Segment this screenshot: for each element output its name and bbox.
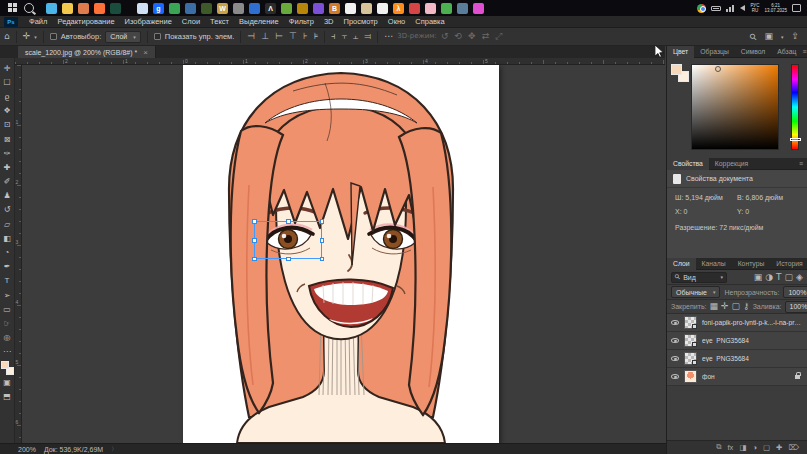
- blend-mode-dropdown[interactable]: Обычные▾: [671, 286, 720, 298]
- autoselect-checkbox[interactable]: [50, 33, 57, 40]
- start-button[interactable]: [8, 3, 18, 13]
- eraser-tool[interactable]: ▱: [1, 217, 14, 231]
- canvas[interactable]: [183, 65, 499, 443]
- battery-icon[interactable]: [711, 6, 721, 11]
- layers-bottom-icon-4[interactable]: ▢: [763, 443, 770, 452]
- panel-menu-icon[interactable]: ≡: [799, 160, 807, 167]
- lambda-dark-icon[interactable]: Λ: [265, 3, 276, 14]
- layer-row[interactable]: eye_PNG35684: [667, 350, 807, 368]
- threed-icon-4[interactable]: ⤢: [495, 32, 502, 41]
- gold-emblem-icon[interactable]: [297, 3, 308, 14]
- transform-handle-se[interactable]: [320, 257, 325, 262]
- layer-name[interactable]: eye_PNG35684: [702, 355, 749, 362]
- edit-toolbar[interactable]: ⋯: [1, 345, 14, 359]
- menu-7[interactable]: 3D: [319, 17, 339, 26]
- status-options-arrow[interactable]: 〉: [111, 445, 117, 454]
- lock-icon-0[interactable]: ▦: [709, 302, 718, 311]
- layer-filter-search[interactable]: ⚲ Вид ▾: [671, 272, 727, 283]
- dodge-tool[interactable]: ◔: [1, 245, 14, 259]
- more-options-icon[interactable]: ⋯: [384, 32, 393, 41]
- layers-bottom-icon-0[interactable]: ⧉: [716, 442, 721, 452]
- foreground-color[interactable]: [671, 64, 682, 75]
- monitor-app-icon[interactable]: [249, 3, 260, 14]
- lasso-tool[interactable]: ϱ: [1, 89, 14, 103]
- layer-thumbnail[interactable]: [684, 316, 697, 329]
- menu-10[interactable]: Справка: [410, 17, 449, 26]
- pasteboard[interactable]: 21012345 123456: [15, 58, 665, 443]
- hue-slider-marker[interactable]: [790, 138, 801, 141]
- gear-app-icon[interactable]: [233, 3, 244, 14]
- crop-tool[interactable]: ⊡: [1, 118, 14, 132]
- steam-like-icon[interactable]: [185, 3, 196, 14]
- threed-icon-0[interactable]: ↺: [441, 32, 449, 41]
- move-tool-icon[interactable]: ✛: [23, 32, 31, 41]
- layer-visibility-icon[interactable]: [671, 320, 679, 325]
- menu-4[interactable]: Текст: [205, 17, 234, 26]
- menu-3[interactable]: Слои: [177, 17, 205, 26]
- notes2-app-icon[interactable]: [377, 3, 388, 14]
- layer-filter-icon-4[interactable]: ◈: [796, 273, 803, 282]
- align-icon-4[interactable]: ⊦: [303, 32, 308, 41]
- align-icon-0[interactable]: ⊣: [247, 32, 255, 41]
- menu-0[interactable]: Файл: [24, 17, 52, 26]
- tab-Образцы[interactable]: Образцы: [694, 46, 735, 58]
- distribute-icon-3[interactable]: ⫤: [365, 32, 372, 41]
- transform-handle-nw[interactable]: [252, 219, 257, 224]
- layers-bottom-icon-1[interactable]: fx: [728, 443, 734, 452]
- distribute-icon-0[interactable]: ⫞: [331, 32, 336, 41]
- tab-Контуры[interactable]: Контуры: [732, 258, 771, 270]
- firefox-icon[interactable]: [94, 3, 105, 14]
- type-tool[interactable]: T: [1, 274, 14, 288]
- search-icon[interactable]: [24, 3, 34, 13]
- tab-Слои[interactable]: Слои: [667, 258, 696, 270]
- threed-icon-3[interactable]: ⇄: [482, 32, 490, 41]
- grammarly-icon[interactable]: g: [153, 3, 164, 14]
- rosette-app-icon[interactable]: [409, 3, 420, 14]
- tab-История[interactable]: История: [770, 258, 807, 270]
- pen-tool[interactable]: ✒: [1, 260, 14, 274]
- share-icon[interactable]: ⇪: [791, 32, 799, 41]
- clone-stamp-tool[interactable]: ♟: [1, 189, 14, 203]
- avatar-app-icon[interactable]: [425, 3, 436, 14]
- layer-visibility-icon[interactable]: [671, 338, 679, 343]
- chrome-tray-icon[interactable]: [697, 4, 706, 13]
- transform-handle-e[interactable]: [320, 238, 325, 243]
- tab-Коррекция[interactable]: Коррекция: [709, 158, 754, 170]
- lock-icon-1[interactable]: ✛: [721, 302, 729, 311]
- document-app-icon[interactable]: [137, 3, 148, 14]
- layer-visibility-icon[interactable]: [671, 374, 679, 379]
- healing-brush-tool[interactable]: ✚: [1, 160, 14, 174]
- gradient-tool[interactable]: ◧: [1, 231, 14, 245]
- layer-name[interactable]: foni-papik-pro-lynti-p-k...-i-na-prozrac…: [702, 319, 803, 326]
- menu-9[interactable]: Окно: [383, 17, 410, 26]
- layers-bottom-icon-6[interactable]: ⌦: [788, 443, 799, 452]
- layer-row[interactable]: foni-papik-pro-lynti-p-k...-i-na-prozrac…: [667, 314, 807, 332]
- menu-5[interactable]: Выделение: [234, 17, 284, 26]
- eyedropper-tool[interactable]: ✑: [1, 146, 14, 160]
- menu-8[interactable]: Просмотр: [339, 17, 383, 26]
- frame-tool[interactable]: ⊠: [1, 132, 14, 146]
- threed-icon-1[interactable]: ⟲: [455, 32, 463, 41]
- document-tab[interactable]: scale_1200.jpg @ 200% (RGB/8#) * ×: [18, 46, 156, 58]
- path-selection-tool[interactable]: ➢: [1, 288, 14, 302]
- menu-1[interactable]: Редактирование: [52, 17, 119, 26]
- tab-Каналы[interactable]: Каналы: [696, 258, 732, 270]
- layers-bottom-icon-2[interactable]: ◨: [739, 443, 746, 452]
- threed-icon-2[interactable]: ✥: [468, 32, 476, 41]
- workspace-icon[interactable]: ▣: [764, 32, 773, 41]
- distribute-icon-2[interactable]: ⫠: [353, 32, 358, 41]
- volume-icon[interactable]: [740, 5, 745, 11]
- layer-name[interactable]: eye_PNG35684: [702, 337, 749, 344]
- store-icon[interactable]: [78, 3, 89, 14]
- menu-6[interactable]: Фильтр: [284, 17, 319, 26]
- transform-handle-ne[interactable]: [320, 219, 325, 224]
- quick-selection-tool[interactable]: ❖: [1, 104, 14, 118]
- green-face-icon[interactable]: [441, 3, 452, 14]
- notes-app-icon[interactable]: [345, 3, 356, 14]
- align-icon-3[interactable]: ⊤: [289, 32, 297, 41]
- half-life-icon[interactable]: λ: [393, 3, 404, 14]
- color-field-marker[interactable]: [715, 66, 721, 72]
- copilot-icon[interactable]: [46, 3, 57, 14]
- pycharm-icon[interactable]: [110, 3, 121, 14]
- language-indicator[interactable]: РУСRU: [750, 3, 759, 13]
